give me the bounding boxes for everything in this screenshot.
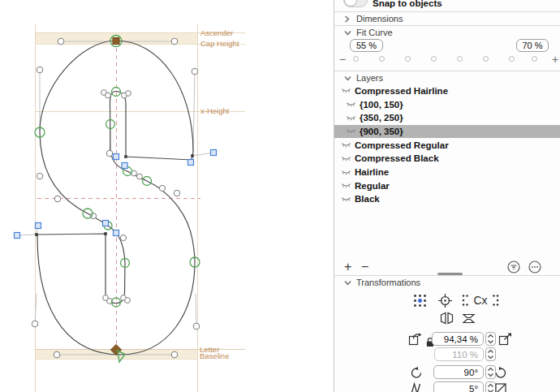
layer-visibility-eye-icon[interactable] — [346, 114, 356, 122]
inspector-sidebar: Snap to objects Dimensions Fit Curve 55 … — [334, 0, 560, 392]
transform-reference-crosshair[interactable] — [437, 293, 453, 310]
scale-x-field[interactable]: 94,34 % — [432, 332, 484, 346]
scale-y-stepper[interactable] — [485, 347, 496, 361]
fit-curve-plus-icon[interactable]: + — [552, 54, 558, 65]
layer-visibility-eye-icon[interactable] — [341, 182, 351, 189]
layer-name: Compressed Regular — [355, 140, 449, 150]
metric-labels: Ascender Cap Height x-Height Letter Base… — [200, 28, 239, 360]
more-options-button[interactable] — [528, 261, 541, 274]
fit-curve-max-field[interactable]: 70 % — [516, 39, 549, 52]
cx-label: Cx — [473, 294, 487, 307]
transformations-section-label: Transformations — [356, 278, 420, 287]
transformations-section-header[interactable]: Transformations — [334, 276, 560, 289]
fit-curve-min-field[interactable]: 55 % — [350, 39, 383, 52]
flip-horizontal-button[interactable] — [440, 312, 454, 326]
fit-curve-slider[interactable]: − + — [334, 54, 560, 66]
chevron-down-icon — [344, 75, 354, 81]
metric-lines — [35, 24, 245, 392]
scale-x-stepper[interactable] — [485, 332, 496, 346]
layer-name: Hairline — [355, 167, 389, 177]
slant-field[interactable]: 5° — [433, 381, 484, 392]
layer-row-900-350[interactable]: {900, 350} — [334, 125, 560, 139]
slant-left-icon[interactable] — [410, 382, 423, 392]
layer-row-regular[interactable]: Regular — [334, 179, 560, 192]
fit-curve-dot[interactable] — [379, 56, 385, 62]
flip-vertical-button[interactable] — [462, 313, 476, 325]
layer-name: Regular — [355, 181, 390, 191]
x-height-label: x-Height — [200, 106, 230, 115]
fit-curve-dot[interactable] — [405, 56, 411, 62]
fit-curve-dot[interactable] — [431, 56, 437, 62]
layer-name: {350, 250} — [360, 113, 403, 123]
layer-visibility-eye-icon[interactable] — [346, 127, 356, 135]
glyphs-app-window: { "canvas": { "labels": { "ascender": "A… — [0, 0, 560, 392]
layer-row-350-250[interactable]: {350, 250} — [334, 111, 560, 125]
glyph-edit-canvas[interactable]: Ascender Cap Height x-Height Letter Base… — [0, 0, 334, 392]
layer-visibility-eye-icon[interactable] — [341, 196, 351, 203]
layer-row-compressed-regular[interactable]: Compressed Regular — [334, 138, 560, 152]
corner-points[interactable] — [35, 154, 194, 236]
cap-height-label: Cap Height — [200, 39, 239, 48]
fit-curve-dot[interactable] — [457, 56, 463, 62]
toggle-knob — [344, 0, 357, 6]
origin-center-dot — [418, 299, 422, 303]
layer-name: Black — [355, 194, 380, 204]
dimensions-section-label: Dimensions — [356, 14, 403, 24]
layer-row-compressed-hairline[interactable]: Compressed Hairline — [334, 84, 560, 98]
rotate-cw-icon[interactable] — [494, 366, 507, 381]
layer-row-compressed-black[interactable]: Compressed Black — [334, 152, 560, 166]
layer-row-100-150[interactable]: {100, 150} — [334, 97, 560, 111]
baseline-label: Baseline — [200, 351, 229, 360]
slant-right-icon[interactable] — [494, 382, 507, 392]
layer-visibility-eye-icon[interactable] — [341, 141, 351, 149]
scale-expand-icon[interactable] — [498, 331, 513, 347]
rotate-field[interactable]: 90° — [433, 365, 484, 379]
offcurve-handles[interactable] — [32, 38, 200, 358]
layer-row-hairline[interactable]: Hairline — [334, 166, 560, 179]
fit-curve-section-header[interactable]: Fit Curve — [334, 26, 560, 39]
layer-name: {900, 350} — [360, 127, 403, 136]
rotate-ccw-icon[interactable] — [410, 366, 423, 381]
layer-name: {100, 150} — [360, 100, 403, 110]
transform-origin-grid[interactable] — [413, 294, 427, 309]
layer-visibility-eye-icon[interactable] — [341, 87, 351, 94]
fit-curve-dot[interactable] — [509, 56, 515, 62]
fit-curve-minus-icon[interactable]: − — [339, 54, 346, 65]
transform-cx-widget[interactable]: Cx — [462, 293, 499, 309]
layer-name: Compressed Black — [355, 153, 439, 163]
fit-curve-section-label: Fit Curve — [356, 28, 393, 37]
filter-layers-button[interactable] — [507, 261, 520, 274]
glyph-canvas-svg[interactable]: Ascender Cap Height x-Height Letter Base… — [0, 0, 334, 392]
layer-visibility-eye-icon[interactable] — [346, 101, 356, 108]
chevron-down-icon — [344, 280, 354, 286]
fit-curve-dot[interactable] — [353, 56, 359, 62]
chevron-down-icon — [344, 30, 354, 36]
remove-layer-button[interactable]: − — [361, 261, 368, 274]
fit-curve-dot[interactable] — [532, 56, 537, 62]
scale-y-field[interactable]: 110 % — [434, 347, 484, 361]
layers-section-label: Layers — [356, 73, 383, 83]
scale-transform-icon[interactable] — [408, 331, 423, 347]
chevron-right-icon — [344, 15, 354, 23]
add-layer-button[interactable]: + — [344, 261, 351, 274]
snap-to-objects-label: Snap to objects — [373, 0, 442, 8]
dimensions-section-header[interactable]: Dimensions — [334, 12, 560, 25]
layer-name: Compressed Hairline — [355, 86, 448, 96]
layer-visibility-eye-icon[interactable] — [341, 169, 351, 176]
ascender-label: Ascender — [200, 28, 233, 37]
fit-curve-dot[interactable] — [483, 56, 489, 62]
layers-section-header[interactable]: Layers — [334, 71, 560, 84]
layer-row-black[interactable]: Black — [334, 192, 560, 206]
snap-to-objects-toggle[interactable] — [343, 0, 368, 7]
layer-visibility-eye-icon[interactable] — [341, 155, 351, 162]
